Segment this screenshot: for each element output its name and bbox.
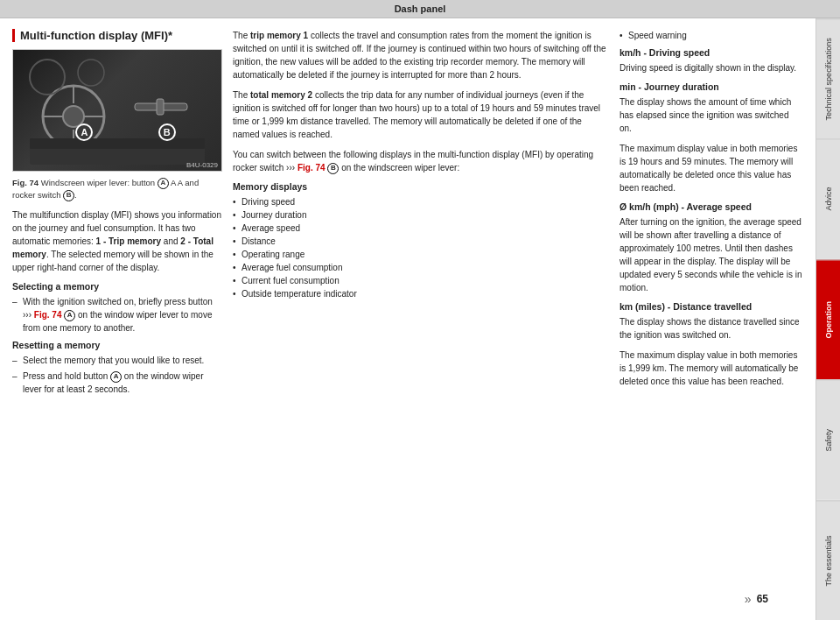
circle-a: A — [158, 178, 169, 189]
left-column: Multi-function display (MFI)* — [12, 29, 222, 588]
page-footer: » 65 — [12, 588, 803, 609]
selecting-item-1: With the ignition switched on, briefly p… — [12, 295, 222, 335]
memory-item-2: Average speed — [233, 222, 609, 235]
min-body: The display shows the amount of time whi… — [620, 95, 803, 135]
figure-caption-a: A — [171, 178, 176, 187]
memory-displays-title: Memory displays — [233, 181, 609, 192]
memory-item-0: Driving speed — [233, 195, 609, 208]
header-title: Dash panel — [395, 4, 446, 14]
memory-item-6: Current fuel consumption — [233, 274, 609, 287]
memory-item-7: Outside temperature indicator — [233, 287, 609, 300]
memory-item-5: Average fuel consumption — [233, 261, 609, 274]
resetting-list: Select the memory that you would like to… — [12, 354, 222, 396]
resetting-title: Resetting a memory — [12, 340, 222, 350]
resetting-item-2: Press and hold button A on the window wi… — [12, 370, 222, 396]
section-title: Multi-function display (MFI)* — [12, 29, 222, 42]
page-number: 65 — [757, 593, 768, 605]
kmh-body: Driving speed is digitally shown in the … — [620, 61, 803, 74]
svg-point-9 — [78, 60, 104, 86]
figure-caption-text: Windscreen wiper lever: button — [41, 178, 155, 187]
figure-content: A B B4U-0329 — [13, 50, 221, 171]
svg-rect-11 — [30, 138, 205, 149]
min-body2: The maximum display value in both memori… — [620, 142, 803, 194]
memory-item-1: Journey duration — [233, 208, 609, 222]
middle-column: The trip memory 1 collects the travel an… — [233, 29, 609, 588]
selecting-list: With the ignition switched on, briefly p… — [12, 295, 222, 335]
figure-label-a: A — [75, 123, 93, 141]
right-sidebar: Technical specifications Advice Operatio… — [816, 18, 840, 620]
memory-item-3: Distance — [233, 235, 609, 248]
circle-a-3: A — [110, 371, 122, 383]
figure-image: A B B4U-0329 — [12, 49, 222, 172]
avg-title: Ø km/h (mph) - Average speed — [620, 201, 803, 212]
svg-point-8 — [30, 60, 65, 95]
sidebar-tab-essentials[interactable]: The essentials — [816, 500, 840, 620]
arrow-right-icon: » — [745, 592, 752, 606]
sidebar-tab-technical[interactable]: Technical specifications — [816, 18, 840, 138]
memory-displays-list: Driving speed Journey duration Average s… — [233, 195, 609, 300]
circle-a-2: A — [64, 310, 75, 321]
figure-caption: Fig. 74 Windscreen wiper lever: button A… — [12, 177, 222, 201]
car-illustration — [21, 51, 214, 170]
svg-rect-10 — [30, 147, 205, 165]
switch-para: You can switch between the following dis… — [233, 148, 609, 174]
speed-warning-list: Speed warning — [620, 29, 803, 42]
trip-memory-para: The trip memory 1 collects the travel an… — [233, 29, 609, 81]
svg-rect-7 — [157, 99, 164, 115]
sidebar-tab-safety[interactable]: Safety — [816, 379, 840, 499]
circle-b: B — [63, 190, 74, 201]
selecting-title: Selecting a memory — [12, 281, 222, 292]
sidebar-tab-advice[interactable]: Advice — [816, 138, 840, 258]
figure-code: B4U-0329 — [186, 161, 218, 169]
figure-number: Fig. 74 — [12, 178, 38, 187]
sidebar-tab-operation[interactable]: Operation — [816, 259, 840, 379]
km-title: km (miles) - Distance travelled — [620, 301, 803, 312]
kmh-title: km/h - Driving speed — [620, 47, 803, 58]
total-memory-para: The total memory 2 collects the trip dat… — [233, 88, 609, 141]
right-column: Speed warning km/h - Driving speed Drivi… — [620, 29, 803, 588]
km-body: The display shows the distance travelled… — [620, 315, 803, 342]
km-body2: The maximum display value in both memori… — [620, 349, 803, 388]
resetting-item-1: Select the memory that you would like to… — [12, 354, 222, 367]
page-header: Dash panel — [0, 0, 840, 18]
min-title: min - Journey duration — [620, 81, 803, 92]
circle-b-2: B — [327, 163, 339, 174]
avg-body: After turning on the ignition, the avera… — [620, 215, 803, 294]
figure-label-b: B — [158, 123, 176, 141]
speed-warning-item: Speed warning — [620, 29, 803, 42]
memory-item-4: Operating range — [233, 248, 609, 261]
left-body-text: The multifunction display (MFI) shows yo… — [12, 208, 222, 274]
